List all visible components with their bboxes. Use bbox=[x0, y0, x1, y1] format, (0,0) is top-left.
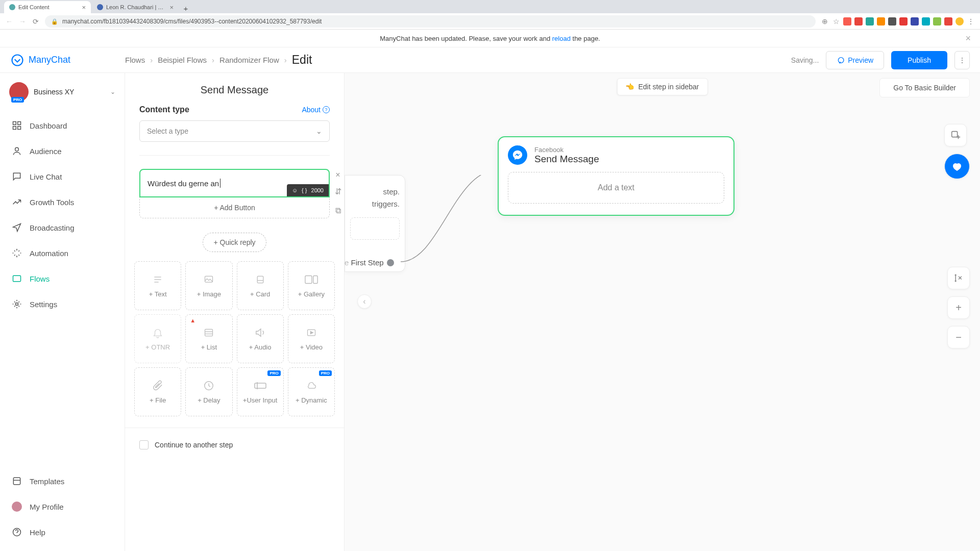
add-card-block[interactable]: + Card bbox=[237, 261, 284, 310]
sidebar-item-label: Live Chat bbox=[30, 172, 62, 181]
add-button[interactable]: + Add Button bbox=[139, 197, 330, 218]
zoom-out-button[interactable]: − bbox=[947, 326, 970, 348]
close-icon[interactable]: × bbox=[82, 4, 86, 11]
sidebar-item-label: Growth Tools bbox=[30, 198, 74, 207]
breadcrumb-item[interactable]: Flows bbox=[125, 56, 145, 64]
tab-title: Edit Content bbox=[18, 4, 50, 10]
add-userinput-block[interactable]: PRO+User Input bbox=[237, 367, 284, 416]
sidebar-item-label: Dashboard bbox=[30, 121, 67, 130]
extension-icon[interactable] bbox=[933, 17, 941, 26]
assist-button[interactable] bbox=[944, 154, 970, 179]
canvas-node[interactable]: step. triggers. bbox=[345, 175, 405, 272]
sidebar-item-automation[interactable]: Automation bbox=[0, 240, 125, 266]
flow-canvas[interactable]: 👈 Edit step in sidebar Go To Basic Build… bbox=[345, 73, 980, 551]
add-list-block[interactable]: ▲+ List bbox=[185, 314, 232, 363]
sidebar-item-livechat[interactable]: Live Chat bbox=[0, 164, 125, 189]
reload-icon[interactable]: ⟳ bbox=[32, 17, 40, 26]
continue-checkbox[interactable] bbox=[139, 440, 149, 449]
more-menu-button[interactable]: ⋮ bbox=[954, 51, 970, 69]
extension-icon[interactable] bbox=[922, 17, 930, 26]
avatar-icon[interactable] bbox=[955, 17, 964, 26]
browser-tab[interactable]: Leon R. Chaudhari | Facebook × bbox=[92, 1, 179, 13]
extension-icon[interactable] bbox=[911, 17, 919, 26]
close-icon[interactable]: × bbox=[333, 170, 343, 180]
extension-icon[interactable] bbox=[877, 17, 885, 26]
back-icon[interactable]: ← bbox=[5, 17, 13, 26]
sidebar-item-audience[interactable]: Audience bbox=[0, 138, 125, 164]
extension-icon[interactable] bbox=[866, 17, 874, 26]
extension-icon[interactable] bbox=[854, 17, 863, 26]
duplicate-icon[interactable]: ⧉ bbox=[333, 206, 343, 216]
send-message-node[interactable]: Facebook Send Message Add a text bbox=[498, 136, 734, 216]
zoom-in-button[interactable]: + bbox=[947, 296, 970, 319]
sidebar-item-help[interactable]: Help bbox=[0, 519, 125, 545]
edit-sidebar-button[interactable]: 👈 Edit step in sidebar bbox=[617, 78, 707, 95]
reload-link[interactable]: reload bbox=[552, 35, 571, 42]
add-video-block[interactable]: + Video bbox=[288, 314, 335, 363]
sidebar-item-dashboard[interactable]: Dashboard bbox=[0, 113, 125, 138]
node-title: Send Message bbox=[534, 154, 599, 165]
svg-point-0 bbox=[12, 55, 23, 65]
publish-button[interactable]: Publish bbox=[891, 51, 947, 69]
close-icon[interactable]: × bbox=[965, 33, 971, 44]
account-switcher[interactable]: PRO Business XY ⌄ bbox=[6, 79, 118, 105]
add-dynamic-block[interactable]: PRO+ Dynamic bbox=[288, 367, 335, 416]
extension-icon[interactable] bbox=[888, 17, 896, 26]
forward-icon[interactable]: → bbox=[18, 17, 27, 26]
svg-rect-17 bbox=[305, 276, 312, 283]
collapse-button[interactable]: ‹ bbox=[357, 294, 372, 309]
sidebar-item-templates[interactable]: Templates bbox=[0, 468, 125, 494]
pro-badge: PRO bbox=[319, 370, 332, 376]
sidebar-item-settings[interactable]: Settings bbox=[0, 291, 125, 317]
edit-sidebar-label: Edit step in sidebar bbox=[638, 83, 699, 91]
templates-icon bbox=[11, 475, 22, 487]
dashboard-icon bbox=[11, 120, 22, 131]
chat-icon bbox=[837, 56, 845, 64]
go-basic-builder-button[interactable]: Go To Basic Builder bbox=[879, 78, 970, 97]
emoji-icon[interactable]: ☺ bbox=[292, 187, 298, 193]
add-text-placeholder[interactable]: Add a text bbox=[508, 172, 724, 204]
breadcrumb-item[interactable]: Beispiel Flows bbox=[158, 56, 207, 64]
auto-arrange-button[interactable] bbox=[947, 267, 970, 289]
menu-icon[interactable]: ⋮ bbox=[967, 17, 975, 26]
new-tab-button[interactable]: + bbox=[180, 3, 192, 13]
resize-icon[interactable]: ⇵ bbox=[333, 186, 343, 196]
close-icon[interactable]: × bbox=[169, 4, 174, 11]
preview-button[interactable]: Preview bbox=[826, 51, 884, 69]
saving-status: Saving... bbox=[791, 56, 819, 64]
notif-text: ManyChat has been updated. Please, save … bbox=[380, 35, 552, 42]
content-type-select[interactable]: Select a type ⌄ bbox=[139, 120, 330, 142]
star-icon[interactable]: ☆ bbox=[832, 17, 840, 26]
account-name: Business XY bbox=[34, 88, 105, 96]
add-step-button[interactable] bbox=[944, 124, 967, 146]
extension-icon[interactable] bbox=[899, 17, 908, 26]
output-port[interactable] bbox=[387, 259, 394, 266]
sidebar-item-broadcasting[interactable]: Broadcasting bbox=[0, 215, 125, 240]
quick-reply-button[interactable]: + Quick reply bbox=[203, 233, 266, 252]
translate-icon[interactable]: ⊕ bbox=[821, 17, 829, 26]
add-otnr-block[interactable]: + OTNR bbox=[134, 314, 181, 363]
text-composer[interactable]: Würdest du gerne an ☺ { } 2000 bbox=[139, 169, 330, 197]
url-input[interactable]: 🔒 manychat.com/fb181039443240830​9/cms/f… bbox=[45, 15, 816, 28]
sidebar-item-label: Help bbox=[30, 528, 45, 537]
add-text-block[interactable]: + Text bbox=[134, 261, 181, 310]
variable-icon[interactable]: { } bbox=[302, 187, 307, 193]
add-file-block[interactable]: + File bbox=[134, 367, 181, 416]
help-icon bbox=[11, 527, 22, 538]
extension-icon[interactable] bbox=[944, 17, 952, 26]
about-link[interactable]: About? bbox=[302, 106, 330, 114]
add-audio-block[interactable]: + Audio bbox=[237, 314, 284, 363]
add-delay-block[interactable]: + Delay bbox=[185, 367, 232, 416]
manychat-logo-icon bbox=[10, 53, 24, 67]
add-gallery-block[interactable]: + Gallery bbox=[288, 261, 335, 310]
sidebar-item-profile[interactable]: My Profile bbox=[0, 494, 125, 519]
svg-rect-4 bbox=[18, 127, 21, 130]
logo[interactable]: ManyChat bbox=[10, 53, 125, 67]
select-placeholder: Select a type bbox=[147, 127, 188, 135]
sidebar-item-growth[interactable]: Growth Tools bbox=[0, 189, 125, 215]
sidebar-item-flows[interactable]: Flows bbox=[0, 266, 125, 291]
extension-icon[interactable] bbox=[843, 17, 851, 26]
add-image-block[interactable]: + Image bbox=[185, 261, 232, 310]
breadcrumb-item[interactable]: Randomizer Flow bbox=[219, 56, 279, 64]
browser-tab[interactable]: Edit Content × bbox=[4, 1, 91, 13]
